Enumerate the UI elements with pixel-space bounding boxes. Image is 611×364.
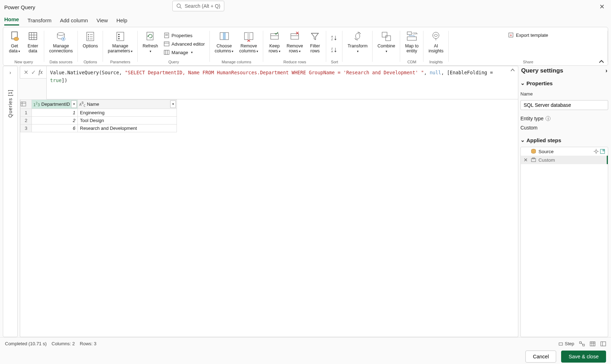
column-dropdown-icon[interactable]: ▾ <box>71 100 77 108</box>
export-template-button[interactable]: Export template <box>506 31 550 39</box>
step-source[interactable]: ✕ Source <box>521 147 608 156</box>
tab-home[interactable]: Home <box>4 16 19 25</box>
advanced-editor-button[interactable]: Advanced editor <box>162 40 207 48</box>
group-reduce-rows: Keep rows▾ Remove rows▾ Filter rows Redu… <box>263 27 327 65</box>
group-label: Share <box>523 59 533 65</box>
column-dropdown-icon[interactable]: ▾ <box>170 100 176 108</box>
search-box[interactable]: Search (Alt + Q) <box>172 1 224 11</box>
grid-view-button[interactable] <box>590 341 595 346</box>
status-columns: Columns: 2 <box>52 341 75 346</box>
ai-insights-button[interactable]: AI insights <box>426 29 445 59</box>
manage-parameters-button[interactable]: Manage parameters▾ <box>106 29 135 59</box>
choose-columns-button[interactable]: Choose columns▾ <box>213 29 236 59</box>
properties-section-toggle[interactable]: ⌄Properties <box>520 80 608 86</box>
svg-rect-58 <box>407 37 416 40</box>
keep-rows-button[interactable]: Keep rows▾ <box>266 29 283 59</box>
tab-view[interactable]: View <box>97 17 108 25</box>
enter-data-button[interactable]: Enter data <box>24 29 41 59</box>
query-name-input[interactable] <box>520 100 608 110</box>
status-bar: Completed (10.71 s) Columns: 2 Rows: 3 S… <box>0 337 611 350</box>
transform-button[interactable]: Transform▾ <box>345 29 370 63</box>
formula-input[interactable]: Value.NativeQuery(Source, "SELECT Depart… <box>46 66 518 99</box>
full-view-button[interactable] <box>600 341 606 346</box>
remove-rows-button[interactable]: Remove rows▾ <box>284 29 305 59</box>
applied-steps-toggle[interactable]: ⌄Applied steps <box>520 137 608 143</box>
step-toggle-button[interactable]: Step <box>558 341 574 346</box>
group-sort: AZ ZA Sort <box>326 27 342 65</box>
properties-button[interactable]: Properties <box>162 31 207 40</box>
query-settings-title: Query settings <box>521 67 563 74</box>
title-bar: Power Query Search (Alt + Q) ✕ <box>0 0 611 14</box>
close-icon[interactable]: ✕ <box>599 3 605 11</box>
grid-corner[interactable] <box>21 100 32 109</box>
expand-settings-icon[interactable]: › <box>605 67 607 74</box>
gear-icon[interactable] <box>594 149 599 154</box>
svg-marker-24 <box>147 35 149 37</box>
tab-help[interactable]: Help <box>116 17 127 25</box>
step-custom[interactable]: ✕ Custom <box>521 156 608 164</box>
group-manage-columns: Choose columns▾ Remove columns▾ Manage c… <box>210 27 263 65</box>
manage-button[interactable]: Manage▾ <box>162 48 207 57</box>
ribbon-tabs: Home Transform Add column View Help <box>0 14 611 25</box>
svg-line-78 <box>581 342 583 345</box>
save-close-button[interactable]: Save & close <box>561 351 606 363</box>
sort-asc-button[interactable]: AZ <box>329 32 340 44</box>
data-grid: 123DepartmentID ▾ ABCName ▾ 11Engineerin… <box>20 99 518 337</box>
group-label: Options <box>83 59 97 65</box>
group-query: Refresh▾ Properties Advanced editor Mana… <box>138 27 210 65</box>
svg-text:A: A <box>331 50 333 53</box>
text-type-icon: ABC <box>79 101 86 108</box>
expand-queries-button[interactable]: › <box>10 70 11 75</box>
sort-desc-button[interactable]: ZA <box>329 44 340 56</box>
entity-type-label: Entity type <box>520 116 543 121</box>
ribbon-collapse-button[interactable] <box>599 60 604 63</box>
svg-rect-36 <box>247 33 250 40</box>
svg-marker-48 <box>334 39 336 40</box>
svg-text:CDM: CDM <box>413 32 417 35</box>
collapse-formula-icon[interactable] <box>510 68 515 72</box>
info-icon[interactable]: i <box>546 116 551 121</box>
native-query-icon[interactable] <box>600 149 605 154</box>
cancel-button[interactable]: Cancel <box>525 351 556 363</box>
group-label: Manage columns <box>221 59 251 65</box>
tab-transform[interactable]: Transform <box>28 17 52 25</box>
column-header-name[interactable]: ABCName ▾ <box>78 100 177 109</box>
remove-columns-button[interactable]: Remove columns▾ <box>237 29 260 59</box>
filter-rows-button[interactable]: Filter rows <box>306 29 323 59</box>
delete-step-icon[interactable]: ✕ <box>524 157 529 163</box>
svg-rect-34 <box>223 33 226 40</box>
table-row[interactable]: 11Engineering <box>21 109 177 116</box>
svg-point-66 <box>595 150 597 152</box>
svg-point-11 <box>63 38 64 40</box>
svg-rect-79 <box>590 342 595 346</box>
svg-rect-55 <box>386 36 391 41</box>
options-button[interactable]: Options <box>81 29 100 59</box>
refresh-button[interactable]: Refresh▾ <box>140 29 160 59</box>
formula-bar: ✕ ✓ fx Value.NativeQuery(Source, "SELECT… <box>20 66 518 99</box>
commit-formula-icon[interactable]: ✓ <box>30 69 37 76</box>
diagram-view-button[interactable] <box>579 341 585 346</box>
table-row[interactable]: 36Research and Development <box>21 124 177 132</box>
column-header-departmentid[interactable]: 123DepartmentID ▾ <box>32 100 78 109</box>
cancel-formula-icon[interactable]: ✕ <box>22 69 30 76</box>
group-insights: AI insights Insights <box>423 27 448 65</box>
svg-rect-4 <box>29 33 37 40</box>
app-title: Power Query <box>4 4 35 10</box>
combine-button[interactable]: Combine▾ <box>375 29 397 63</box>
group-options: Options Options <box>78 27 103 65</box>
svg-point-53 <box>356 33 360 39</box>
svg-rect-22 <box>118 38 120 39</box>
table-row[interactable]: 22Tool Design <box>21 116 177 124</box>
fx-icon[interactable]: fx <box>37 69 44 75</box>
svg-rect-77 <box>583 344 584 346</box>
map-to-entity-button[interactable]: CDM Map to entity <box>403 29 421 59</box>
step-icon <box>531 157 536 163</box>
group-label: New query <box>15 59 33 65</box>
manage-connections-button[interactable]: Manage connections <box>47 29 75 59</box>
tab-add-column[interactable]: Add column <box>60 17 88 25</box>
get-data-button[interactable]: Get data▾ <box>6 29 23 59</box>
group-label: Insights <box>429 59 443 65</box>
group-share: Export template Share <box>449 27 608 65</box>
group-new-query: Get data▾ Enter data New query <box>3 27 44 65</box>
svg-rect-75 <box>559 343 563 345</box>
